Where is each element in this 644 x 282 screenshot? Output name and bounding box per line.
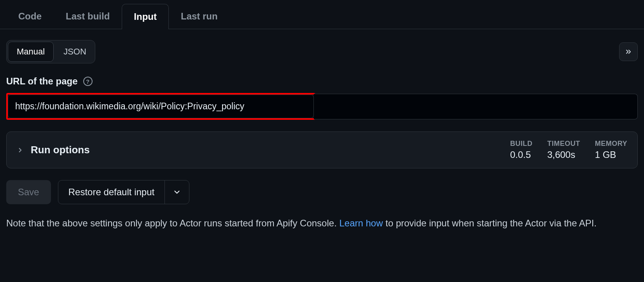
note-prefix: Note that the above settings only apply … bbox=[6, 218, 339, 228]
stat-timeout-value: 3,600s bbox=[547, 149, 580, 160]
run-options-left: Run options bbox=[17, 144, 90, 156]
note-text: Note that the above settings only apply … bbox=[6, 216, 597, 231]
learn-how-link[interactable]: Learn how bbox=[339, 218, 383, 228]
mode-manual-button[interactable]: Manual bbox=[8, 42, 54, 62]
run-options-title: Run options bbox=[31, 144, 90, 156]
mode-toggle: Manual JSON bbox=[6, 40, 95, 63]
mode-json-button[interactable]: JSON bbox=[55, 40, 95, 63]
note-suffix: to provide input when starting the Actor… bbox=[383, 218, 597, 228]
restore-group: Restore default input bbox=[58, 180, 189, 204]
run-options-panel[interactable]: Run options BUILD 0.0.5 TIMEOUT 3,600s M… bbox=[6, 131, 638, 168]
stat-build-value: 0.0.5 bbox=[510, 149, 533, 160]
tab-last-run[interactable]: Last run bbox=[169, 4, 230, 29]
action-row: Save Restore default input bbox=[6, 180, 638, 204]
url-input-container bbox=[6, 93, 638, 120]
chevron-right-icon bbox=[17, 147, 24, 154]
tab-last-build[interactable]: Last build bbox=[54, 4, 122, 29]
url-input-highlight bbox=[6, 93, 315, 120]
chevron-down-icon bbox=[173, 188, 181, 196]
content-area: Manual JSON URL of the page ? Run option… bbox=[0, 29, 644, 237]
stat-timeout: TIMEOUT 3,600s bbox=[547, 140, 580, 160]
stat-memory: MEMORY 1 GB bbox=[595, 140, 627, 160]
field-label-row: URL of the page ? bbox=[6, 76, 638, 87]
mode-row: Manual JSON bbox=[6, 40, 638, 63]
url-field-label: URL of the page bbox=[6, 76, 78, 87]
stat-memory-value: 1 GB bbox=[595, 149, 627, 160]
url-input-extension[interactable] bbox=[314, 94, 638, 119]
stat-memory-label: MEMORY bbox=[595, 140, 627, 148]
restore-default-button[interactable]: Restore default input bbox=[58, 180, 164, 204]
expand-button[interactable] bbox=[619, 42, 638, 61]
save-button[interactable]: Save bbox=[6, 180, 51, 204]
url-input[interactable] bbox=[8, 95, 314, 118]
help-icon[interactable]: ? bbox=[83, 77, 93, 86]
tab-code[interactable]: Code bbox=[6, 4, 54, 29]
run-options-stats: BUILD 0.0.5 TIMEOUT 3,600s MEMORY 1 GB bbox=[510, 140, 627, 160]
stat-timeout-label: TIMEOUT bbox=[547, 140, 580, 148]
restore-dropdown-button[interactable] bbox=[164, 180, 189, 204]
chevron-double-right-icon bbox=[625, 48, 632, 56]
tab-input[interactable]: Input bbox=[122, 4, 169, 29]
stat-build-label: BUILD bbox=[510, 140, 533, 148]
stat-build: BUILD 0.0.5 bbox=[510, 140, 533, 160]
tabs-bar: Code Last build Input Last run bbox=[0, 0, 644, 29]
